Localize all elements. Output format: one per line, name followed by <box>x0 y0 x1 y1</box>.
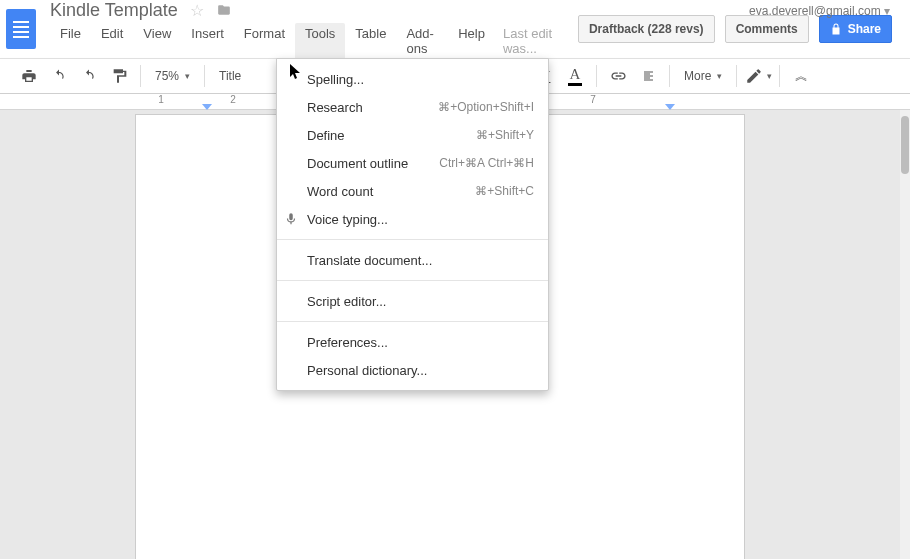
share-button[interactable]: Share <box>819 15 892 43</box>
menu-separator <box>277 239 548 240</box>
menu-separator <box>277 321 548 322</box>
paint-format-icon[interactable] <box>104 62 134 90</box>
comments-button[interactable]: Comments <box>725 15 809 43</box>
insert-link-icon[interactable] <box>603 62 633 90</box>
vertical-scrollbar[interactable] <box>900 110 910 559</box>
tools-personal-dictionary[interactable]: Personal dictionary... <box>277 356 548 384</box>
editing-mode-icon[interactable]: ▾ <box>743 62 773 90</box>
menu-tools[interactable]: Tools <box>295 23 345 59</box>
menu-file[interactable]: File <box>50 23 91 59</box>
menu-item-label: Research <box>307 100 363 115</box>
title-area: Kindle Template ☆ Last edit was... FileE… <box>42 0 560 58</box>
redo-icon[interactable] <box>74 62 104 90</box>
menu-view[interactable]: View <box>133 23 181 59</box>
menu-item-label: Word count <box>307 184 373 199</box>
last-edit-text[interactable]: Last edit was... <box>503 26 560 56</box>
menu-item-label: Personal dictionary... <box>307 363 427 378</box>
menu-item-label: Preferences... <box>307 335 388 350</box>
ruler-tick: 1 <box>125 94 197 109</box>
tools-preferences[interactable]: Preferences... <box>277 328 548 356</box>
menu-item-shortcut: ⌘+Option+Shift+I <box>438 100 534 114</box>
menu-help[interactable]: Help <box>448 23 495 59</box>
menubar: Last edit was... FileEditViewInsertForma… <box>50 23 560 59</box>
tools-menu-dropdown: Spelling...Research⌘+Option+Shift+IDefin… <box>276 58 549 391</box>
menu-edit[interactable]: Edit <box>91 23 133 59</box>
ruler-tick: 2 <box>197 94 269 109</box>
tools-translate-document[interactable]: Translate document... <box>277 246 548 274</box>
more-dropdown[interactable]: More▾ <box>676 69 730 83</box>
folder-icon[interactable] <box>216 3 232 17</box>
tools-define[interactable]: Define⌘+Shift+Y <box>277 121 548 149</box>
menu-format[interactable]: Format <box>234 23 295 59</box>
menu-item-label: Define <box>307 128 345 143</box>
menu-item-label: Voice typing... <box>307 212 388 227</box>
tools-word-count[interactable]: Word count⌘+Shift+C <box>277 177 548 205</box>
more-label: More <box>684 69 711 83</box>
document-title[interactable]: Kindle Template <box>50 0 178 21</box>
menu-item-label: Translate document... <box>307 253 432 268</box>
menu-item-shortcut: Ctrl+⌘A Ctrl+⌘H <box>439 156 534 170</box>
menu-separator <box>277 280 548 281</box>
menu-item-shortcut: ⌘+Shift+Y <box>476 128 534 142</box>
collapse-toolbar-icon[interactable]: ︽ <box>786 62 816 90</box>
style-value: Title <box>219 69 241 83</box>
tools-research[interactable]: Research⌘+Option+Shift+I <box>277 93 548 121</box>
menu-add-ons[interactable]: Add-ons <box>396 23 448 59</box>
tools-document-outline[interactable]: Document outlineCtrl+⌘A Ctrl+⌘H <box>277 149 548 177</box>
docs-home-icon[interactable] <box>0 0 42 58</box>
text-color-icon[interactable]: A <box>560 62 590 90</box>
ruler-tick: 7 <box>557 94 629 109</box>
user-email[interactable]: eva.deverell@gmail.com <box>749 4 890 18</box>
mouse-cursor <box>290 64 302 80</box>
draftback-button[interactable]: Draftback (228 revs) <box>578 15 715 43</box>
zoom-dropdown[interactable]: 75%▾ <box>147 69 198 83</box>
menu-insert[interactable]: Insert <box>181 23 234 59</box>
menu-item-shortcut: ⌘+Shift+C <box>475 184 534 198</box>
tools-script-editor[interactable]: Script editor... <box>277 287 548 315</box>
tools-spelling[interactable]: Spelling... <box>277 65 548 93</box>
print-icon[interactable] <box>14 62 44 90</box>
star-icon[interactable]: ☆ <box>190 1 204 20</box>
menu-item-label: Document outline <box>307 156 408 171</box>
menu-item-label: Script editor... <box>307 294 386 309</box>
zoom-value: 75% <box>155 69 179 83</box>
share-label: Share <box>848 22 881 36</box>
mic-icon <box>284 212 298 226</box>
undo-icon[interactable] <box>44 62 74 90</box>
tools-voice-typing[interactable]: Voice typing... <box>277 205 548 233</box>
menu-item-label: Spelling... <box>307 72 364 87</box>
scrollbar-thumb[interactable] <box>901 116 909 174</box>
menu-table[interactable]: Table <box>345 23 396 59</box>
align-icon[interactable] <box>633 62 663 90</box>
